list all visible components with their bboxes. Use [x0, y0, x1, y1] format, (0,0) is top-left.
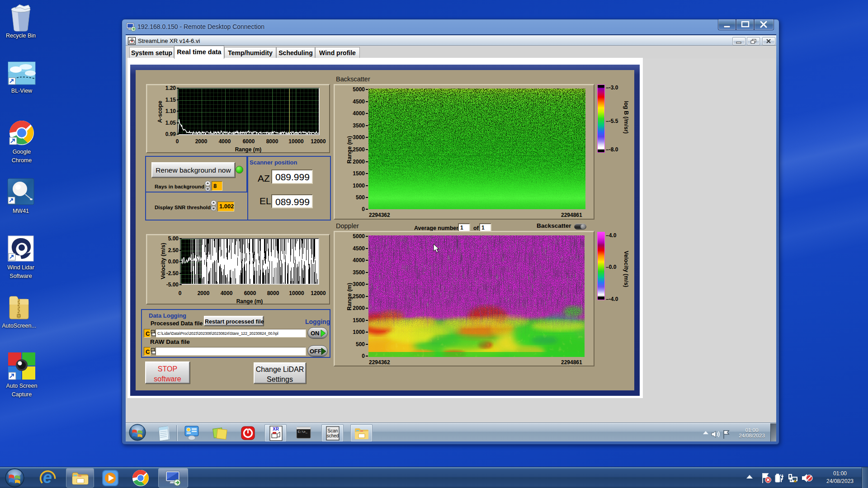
svg-text:!: ! — [795, 479, 796, 482]
svg-text:Scan: Scan — [328, 428, 338, 433]
svg-text:C:\>_: C:\>_ — [298, 430, 308, 434]
svg-text:e: e — [43, 469, 52, 487]
svg-text:sched: sched — [327, 433, 339, 438]
svg-text:XR: XR — [273, 427, 279, 432]
